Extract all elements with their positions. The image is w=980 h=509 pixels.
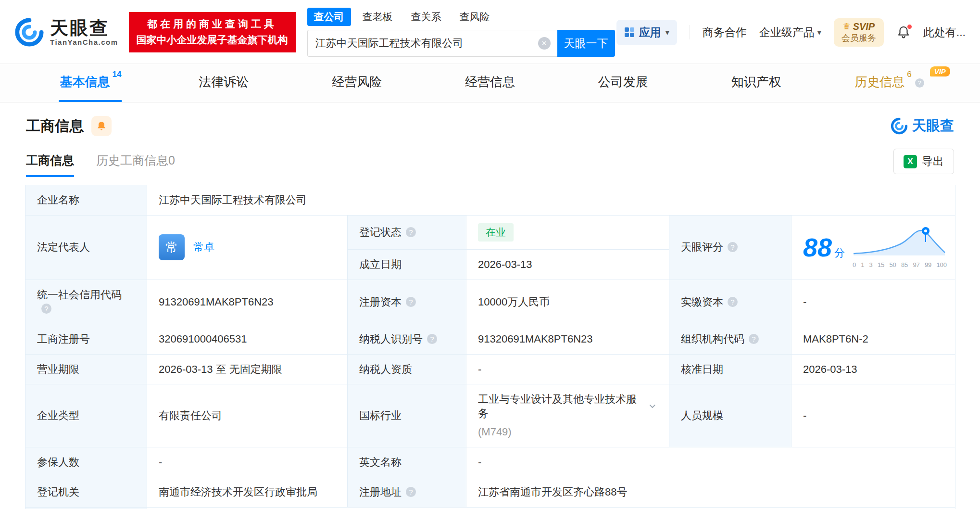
tab-intellectual-property[interactable]: 知识产权 bbox=[690, 64, 823, 102]
field-label-text: 纳税人识别号 bbox=[359, 333, 423, 345]
reg-no-value: 320691000406531 bbox=[147, 324, 348, 355]
search-tab-relation[interactable]: 查关系 bbox=[404, 8, 448, 26]
vip-badge: VIP bbox=[930, 66, 950, 76]
axis-tick: 3 bbox=[869, 261, 873, 269]
tab-operating-risk[interactable]: 经营风险 bbox=[290, 64, 424, 102]
legal-rep-avatar[interactable]: 常 bbox=[159, 234, 185, 260]
help-icon[interactable]: ? bbox=[728, 242, 738, 252]
section-title: 工商信息 bbox=[26, 116, 84, 136]
eng-name-value: - bbox=[466, 447, 955, 477]
tab-basic-info[interactable]: 基本信息14 bbox=[24, 64, 157, 102]
chevron-down-icon[interactable] bbox=[648, 402, 657, 411]
scope-value: 许可项目：建设工程勘察；输电、供电、受电电力设施的安装、维修和试验；发电业务、输… bbox=[147, 507, 955, 509]
tab-company-development[interactable]: 公司发展 bbox=[556, 64, 690, 102]
credit-code-value: 91320691MAK8PT6N23 bbox=[147, 280, 348, 324]
field-label-reg-status: 登记状态? bbox=[348, 215, 466, 249]
field-label-insured: 参保人数 bbox=[25, 447, 147, 477]
field-label-taxpayer-id: 纳税人识别号? bbox=[348, 324, 466, 355]
watermark-text: 天眼查 bbox=[912, 116, 954, 136]
field-label-legal-rep: 法定代表人 bbox=[25, 215, 147, 280]
caret-down-icon: ▾ bbox=[817, 28, 821, 37]
table-row: 法定代表人 常 常卓 登记状态? 在业 天眼评分? 88分 bbox=[25, 215, 955, 249]
est-date-value: 2026-03-13 bbox=[466, 250, 669, 280]
svip-badge[interactable]: ♛ SVIP 会员服务 bbox=[834, 18, 884, 47]
insured-value: - bbox=[147, 447, 348, 477]
promo-line-2: 国家中小企业发展子基金旗下机构 bbox=[137, 32, 288, 48]
business-info-table: 企业名称 江苏中天国际工程技术有限公司 法定代表人 常 常卓 登记状态? 在业 … bbox=[25, 185, 955, 509]
field-label-text: 组织机构代码 bbox=[681, 333, 744, 345]
header: 天眼查 TianYanCha.com 都在用的商业查询工具 国家中小企业发展子基… bbox=[0, 0, 980, 64]
apps-dropdown[interactable]: 应用 ▾ bbox=[616, 20, 677, 45]
field-label-text: 实缴资本 bbox=[681, 296, 723, 308]
table-row: 登记机关 南通市经济技术开发区行政审批局 注册地址? 江苏省南通市开发区齐心路8… bbox=[25, 477, 955, 508]
field-label-paid-capital: 实缴资本? bbox=[669, 280, 792, 324]
monitor-bell-icon[interactable] bbox=[91, 116, 112, 136]
field-label-reg-no: 工商注册号 bbox=[25, 324, 147, 355]
tab-history-info[interactable]: VIP 历史信息6? bbox=[823, 64, 956, 102]
search-row: × 天眼一下 bbox=[307, 30, 615, 57]
field-label-text: 登记状态 bbox=[359, 226, 402, 238]
subtab-business-info[interactable]: 工商信息 bbox=[26, 153, 74, 177]
field-label-text: 天眼评分 bbox=[681, 241, 723, 253]
axis-tick: 50 bbox=[889, 261, 896, 269]
notification-bell-icon[interactable] bbox=[896, 25, 911, 39]
help-icon[interactable]: ? bbox=[406, 227, 416, 237]
promo-line-1: 都在用的商业查询工具 bbox=[137, 16, 288, 32]
field-label-text: 统一社会信用代码 bbox=[37, 289, 122, 301]
score-unit: 分 bbox=[834, 247, 845, 259]
enterprise-link[interactable]: 企业级产品 ▾ bbox=[759, 25, 821, 40]
company-name-value: 江苏中天国际工程技术有限公司 bbox=[147, 185, 955, 216]
bell-icon bbox=[96, 120, 107, 132]
tab-legal-proceedings[interactable]: 法律诉讼 bbox=[157, 64, 290, 102]
score-curve-chart bbox=[853, 226, 947, 256]
table-row: 经营范围? 许可项目：建设工程勘察；输电、供电、受电电力设施的安装、维修和试验；… bbox=[25, 507, 955, 509]
more-link[interactable]: 此处有... bbox=[923, 25, 966, 40]
export-button[interactable]: X 导出 bbox=[893, 149, 954, 174]
enterprise-label: 企业级产品 bbox=[759, 25, 815, 40]
legal-rep-link[interactable]: 常卓 bbox=[193, 240, 214, 254]
reg-capital-value: 10000万人民币 bbox=[466, 280, 669, 324]
field-label-taxpayer-qual: 纳税人资质 bbox=[348, 354, 466, 384]
score-value: 88 bbox=[803, 233, 832, 262]
help-icon[interactable]: ? bbox=[41, 304, 51, 314]
field-label-score: 天眼评分? bbox=[669, 215, 792, 280]
tianyancha-logo[interactable]: 天眼查 TianYanCha.com bbox=[14, 17, 118, 47]
search-tab-risk[interactable]: 查风险 bbox=[453, 8, 497, 26]
promo-banner[interactable]: 都在用的商业查询工具 国家中小企业发展子基金旗下机构 bbox=[129, 12, 296, 52]
status-badge: 在业 bbox=[478, 223, 514, 242]
help-icon[interactable]: ? bbox=[915, 78, 924, 88]
industry-value-row[interactable]: 工业与专业设计及其他专业技术服务 bbox=[478, 392, 657, 420]
search-tab-boss[interactable]: 查老板 bbox=[356, 8, 400, 26]
score-cell[interactable]: 88分 0 1 3 15 50 bbox=[792, 215, 955, 280]
help-icon[interactable]: ? bbox=[728, 297, 738, 307]
cooperation-link[interactable]: 商务合作 bbox=[703, 25, 747, 40]
field-label-industry: 国标行业 bbox=[348, 384, 466, 447]
logo-en: TianYanCha.com bbox=[50, 38, 118, 46]
help-icon[interactable]: ? bbox=[406, 297, 416, 307]
reg-status-cell: 在业 bbox=[466, 215, 669, 249]
score-widget[interactable]: 88分 0 1 3 15 50 bbox=[803, 226, 943, 269]
apps-grid-icon bbox=[624, 27, 635, 38]
search-button[interactable]: 天眼一下 bbox=[557, 30, 615, 57]
clear-icon[interactable]: × bbox=[538, 37, 551, 50]
tab-label: 知识产权 bbox=[731, 75, 781, 89]
logo-text: 天眼查 TianYanCha.com bbox=[50, 18, 118, 47]
field-label-reg-capital: 注册资本? bbox=[348, 280, 466, 324]
help-icon[interactable]: ? bbox=[749, 334, 759, 344]
taxpayer-id-value: 91320691MAK8PT6N23 bbox=[466, 324, 669, 355]
table-row: 工商注册号 320691000406531 纳税人识别号? 91320691MA… bbox=[25, 324, 955, 355]
search-input[interactable] bbox=[308, 37, 557, 50]
search-tab-company[interactable]: 查公司 bbox=[307, 8, 351, 26]
help-icon[interactable]: ? bbox=[406, 487, 416, 497]
subtab-history-business-info[interactable]: 历史工商信息0 bbox=[96, 153, 175, 177]
field-label-est-date: 成立日期 bbox=[348, 250, 466, 280]
score-number: 88分 bbox=[803, 230, 845, 265]
tab-operating-info[interactable]: 经营信息 bbox=[424, 64, 557, 102]
svip-label: SVIP bbox=[853, 21, 875, 32]
axis-tick: 0 bbox=[853, 261, 856, 269]
table-row: 企业名称 江苏中天国际工程技术有限公司 bbox=[25, 185, 955, 216]
field-label-eng-name: 英文名称 bbox=[348, 447, 466, 477]
axis-tick: 15 bbox=[878, 261, 884, 269]
field-label-company-name: 企业名称 bbox=[25, 185, 147, 216]
help-icon[interactable]: ? bbox=[427, 334, 437, 344]
